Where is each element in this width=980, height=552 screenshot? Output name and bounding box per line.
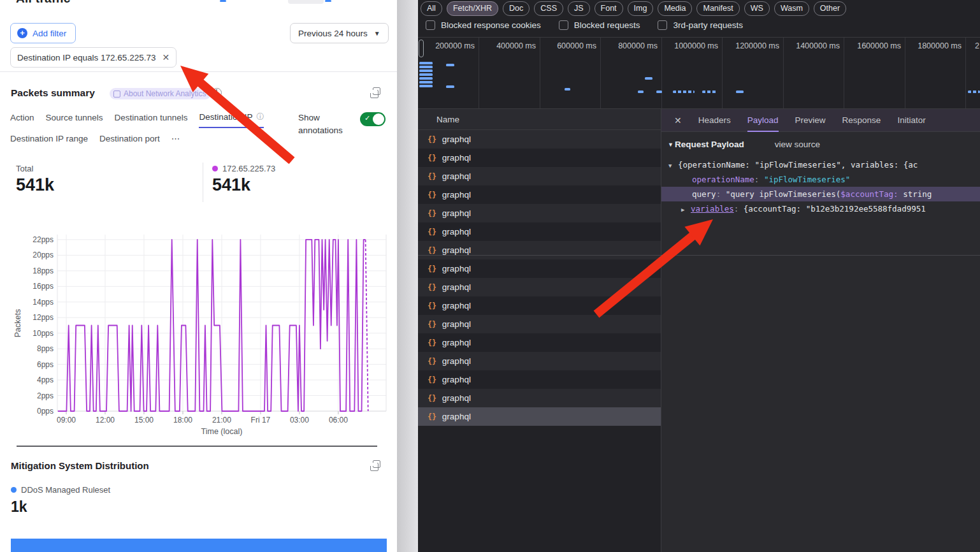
ruler-label: 800000 ms: [618, 41, 658, 50]
json-braces-icon: {}: [428, 191, 436, 200]
ruler-divider: [600, 38, 601, 108]
request-list: Name {}graphql{}graphql{}graphql{}graphq…: [418, 109, 661, 552]
request-row[interactable]: {}graphql: [418, 259, 661, 278]
request-row[interactable]: {}graphql: [418, 407, 661, 426]
json-braces-icon: {}: [428, 209, 436, 218]
request-row[interactable]: {}graphql: [418, 204, 661, 222]
filter-pill-wasm[interactable]: Wasm: [774, 1, 809, 16]
chevron-down-icon: ▼: [374, 30, 380, 37]
disclosure-down-icon[interactable]: ▼: [668, 159, 678, 172]
filter-pill-ws[interactable]: WS: [744, 1, 770, 16]
filter-pill-manifest[interactable]: Manifest: [696, 1, 739, 16]
expand-icon[interactable]: [370, 90, 378, 98]
waterfall-request-mark: [446, 85, 454, 88]
ruler-divider: [661, 38, 662, 108]
request-row[interactable]: {}graphql: [418, 167, 661, 185]
name-column-header[interactable]: Name: [418, 109, 661, 130]
request-row[interactable]: {}graphql: [418, 315, 661, 333]
filter-pill-all[interactable]: All: [421, 1, 442, 16]
checkbox-blocked-response-cookies[interactable]: Blocked response cookies: [426, 20, 541, 30]
payload-token: $accountTag:: [840, 189, 903, 199]
waterfall-request-mark: [673, 91, 695, 93]
filter-pill-doc[interactable]: Doc: [503, 1, 530, 16]
request-row[interactable]: {}graphql: [418, 296, 661, 315]
tab-destination-tunnels[interactable]: Destination tunnels: [115, 112, 188, 128]
detail-tab-preview[interactable]: Preview: [795, 109, 826, 132]
request-row[interactable]: {}graphql: [418, 333, 661, 352]
ruler-label-clipped: 2: [975, 41, 979, 50]
tab-destination-ip-range[interactable]: Destination IP range: [10, 133, 88, 148]
toggle-knob: [373, 113, 384, 125]
expand-icon[interactable]: [370, 463, 378, 471]
request-row[interactable]: {}graphql: [418, 241, 661, 259]
filter-pill-fetchxhr[interactable]: Fetch/XHR: [447, 1, 498, 16]
detail-tab-initiator[interactable]: Initiator: [897, 109, 925, 132]
disclosure-right-icon[interactable]: ▶: [681, 203, 691, 216]
time-range-dropdown[interactable]: Previous 24 hours ▼: [290, 23, 389, 43]
filter-pill-font[interactable]: Font: [594, 1, 623, 16]
detail-tab-payload[interactable]: Payload: [747, 109, 779, 132]
filter-pill-css[interactable]: CSS: [534, 1, 563, 16]
request-row[interactable]: {}graphql: [418, 222, 661, 241]
filter-pill-other[interactable]: Other: [814, 1, 846, 16]
tab-overflow[interactable]: ⋯: [171, 133, 180, 148]
detail-tab-bar: ✕ HeadersPayloadPreviewResponseInitiator: [661, 109, 980, 132]
checkbox-3rd-party-requests[interactable]: 3rd-party requests: [658, 20, 743, 30]
payload-line[interactable]: query: "query ipFlowTimeseries($accountT…: [661, 187, 980, 201]
payload-tree: ▼{operationName: "ipFlowTimeseries", var…: [661, 157, 980, 216]
tab-action[interactable]: Action: [10, 112, 34, 128]
tab-source-tunnels[interactable]: Source tunnels: [46, 112, 103, 128]
request-row[interactable]: {}graphql: [418, 370, 661, 389]
request-filter-checkboxes: Blocked response cookiesBlocked requests…: [426, 20, 743, 30]
payload-line[interactable]: operationName: "ipFlowTimeseries": [661, 172, 980, 187]
payload-token: :: [754, 175, 764, 184]
close-icon[interactable]: ✕: [162, 52, 169, 62]
request-name: graphql: [442, 153, 471, 163]
stat-total: Total 541k: [16, 164, 54, 195]
filter-pill-img[interactable]: Img: [628, 1, 654, 16]
ruler-label: 1800000 ms: [918, 41, 962, 50]
request-row[interactable]: {}graphql: [418, 149, 661, 167]
filter-pill-media[interactable]: Media: [658, 1, 692, 16]
network-overview-waterfall[interactable]: 200000 ms400000 ms600000 ms800000 ms1000…: [418, 38, 980, 108]
add-filter-button[interactable]: + Add filter: [10, 23, 76, 43]
payload-line[interactable]: ▼{operationName: "ipFlowTimeseries", var…: [661, 157, 980, 172]
request-payload-header[interactable]: ▼ Request Payload view source: [668, 140, 820, 149]
payload-token: string: [903, 189, 932, 199]
about-network-analytics-badge[interactable]: About Network Analytics: [110, 88, 211, 99]
close-icon[interactable]: ✕: [674, 115, 682, 126]
checkbox-box: [426, 20, 435, 30]
ruler-divider: [540, 38, 540, 108]
ruler-divider: [905, 38, 905, 108]
json-braces-icon: {}: [428, 283, 436, 292]
payload-line[interactable]: ▶variables: {accountTag: "b12e3b2192ee55…: [661, 201, 980, 216]
tab-destination-port[interactable]: Destination port: [99, 133, 160, 148]
checkbox-box: [658, 20, 667, 30]
detail-tab-headers[interactable]: Headers: [698, 109, 731, 132]
annotations-toggle[interactable]: ✓: [360, 112, 386, 126]
request-name: graphql: [442, 227, 471, 236]
time-range-label: Previous 24 hours: [298, 29, 368, 38]
waterfall-request-mark: [702, 91, 716, 93]
request-name: graphql: [442, 338, 471, 347]
tab-destination-ip[interactable]: Destination IPⓘ: [199, 112, 264, 128]
detail-tab-response[interactable]: Response: [842, 109, 881, 132]
filter-pill-js[interactable]: JS: [568, 1, 590, 16]
request-row[interactable]: {}graphql: [418, 389, 661, 407]
check-icon: ✓: [364, 114, 370, 122]
page-title-clipped: All traffic: [16, 0, 71, 6]
stat-divider: [203, 163, 203, 202]
ruler-label: 400000 ms: [496, 41, 536, 50]
checkbox-blocked-requests[interactable]: Blocked requests: [559, 20, 640, 30]
request-row[interactable]: {}graphql: [418, 185, 661, 204]
waterfall-request-mark: [419, 69, 433, 72]
request-row[interactable]: {}graphql: [418, 278, 661, 296]
ruler-divider: [783, 38, 784, 108]
view-source-link[interactable]: view source: [775, 140, 820, 149]
payload-token: "query ipFlowTimeseries(: [726, 189, 841, 199]
filter-chip[interactable]: Destination IP equals 172.65.225.73 ✕: [10, 47, 177, 68]
checkbox-box: [559, 20, 568, 30]
request-row[interactable]: {}graphql: [418, 352, 661, 370]
request-row[interactable]: {}graphql: [418, 130, 661, 149]
request-name: graphql: [442, 301, 471, 310]
